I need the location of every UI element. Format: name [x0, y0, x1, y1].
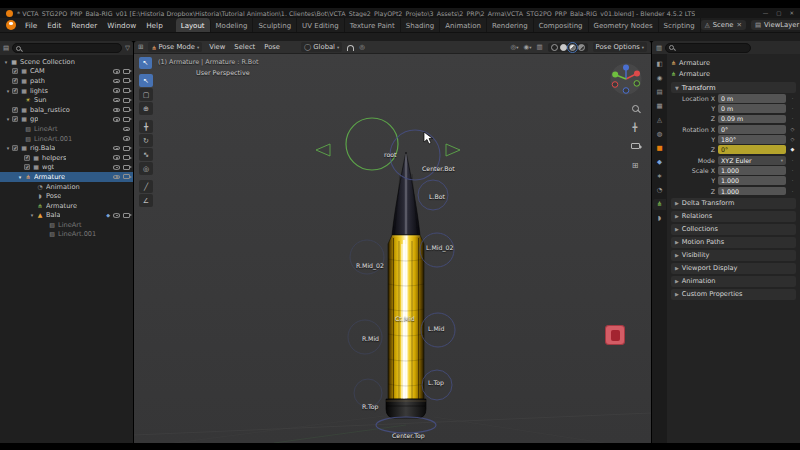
section-relations[interactable]: ▶Relations: [671, 211, 796, 222]
outliner-row-bala[interactable]: ▾ ▲ Bala ◆: [0, 211, 133, 221]
visibility-eye-icon[interactable]: [113, 108, 120, 113]
rotate-tool[interactable]: ↻: [139, 134, 153, 147]
cursor-tool[interactable]: ⊕: [139, 102, 153, 115]
object-data-tab[interactable]: ⋔: [653, 199, 666, 210]
outliner-row-path[interactable]: ▦ path: [0, 76, 133, 86]
transform-tool[interactable]: ◎: [139, 162, 153, 175]
object-name-row[interactable]: ⋔ Armature: [671, 68, 796, 79]
menu-render[interactable]: Render: [66, 20, 102, 31]
decorator-icon[interactable]: ·: [789, 189, 796, 194]
expand-caret-icon[interactable]: ▾: [4, 88, 12, 94]
world-tab[interactable]: ◍: [653, 129, 666, 140]
particles-tab[interactable]: ∗: [653, 171, 666, 182]
tab-geometry-nodes[interactable]: Geometry Nodes: [589, 18, 659, 32]
show-gizmo-icon[interactable]: ◎▾: [511, 43, 519, 51]
outliner-row-scene-collection[interactable]: ▾ ▦ Scene Collection: [0, 57, 133, 67]
render-visibility-icon[interactable]: [123, 69, 130, 74]
tab-layout[interactable]: Layout: [176, 18, 211, 32]
section-collections[interactable]: ▶Collections: [671, 224, 796, 235]
physics-tab[interactable]: ◔: [653, 185, 666, 196]
outliner-row-sun[interactable]: ☀ Sun: [0, 95, 133, 105]
menu-window[interactable]: Window: [102, 20, 141, 31]
collection-checkbox[interactable]: [12, 68, 18, 74]
location-y-field[interactable]: 0 m: [718, 104, 786, 113]
outliner-display-mode-icon[interactable]: ▤: [3, 44, 9, 52]
measure-tool[interactable]: ∠: [139, 194, 153, 207]
outliner-row-lineart-001[interactable]: ▧ LineArt.001: [0, 134, 133, 144]
outliner-row-bala-lineart-001[interactable]: ▧ LineArt.001: [0, 230, 133, 240]
visibility-eye-icon[interactable]: [123, 136, 130, 141]
visibility-eye-icon[interactable]: [113, 155, 120, 160]
keyframe-diamond-icon[interactable]: ◇: [789, 127, 796, 132]
solid-shading-icon[interactable]: [560, 44, 567, 51]
scale-z-field[interactable]: 1.000: [718, 187, 786, 196]
maximize-button[interactable]: ▢: [776, 10, 781, 16]
render-visibility-icon[interactable]: [123, 213, 130, 218]
tab-modeling[interactable]: Modeling: [211, 18, 254, 32]
transform-orientation-selector[interactable]: ◯ Global ▾: [301, 42, 342, 52]
section-delta-transform[interactable]: ▶Delta Transform: [671, 198, 796, 209]
outliner-search-input[interactable]: [12, 43, 122, 53]
rotation-z-field-keyframed[interactable]: 0°: [718, 145, 786, 154]
menu-file[interactable]: File: [20, 20, 42, 31]
visibility-eye-icon[interactable]: [113, 165, 120, 170]
outliner-row-armature-selected[interactable]: ▾ ⋔ Armature: [0, 172, 133, 182]
section-viewport-display[interactable]: ▶Viewport Display: [671, 263, 796, 274]
decorator-icon[interactable]: ·: [789, 158, 796, 163]
scene-selector[interactable]: ◬ Scene ✕: [701, 20, 746, 30]
outliner-row-bala-lineart[interactable]: ▧ LineArt: [0, 220, 133, 230]
pose-options-dropdown[interactable]: Pose Options ▾: [593, 42, 647, 52]
visibility-eye-icon[interactable]: [113, 175, 120, 180]
outliner-row-pose[interactable]: ◗ Pose: [0, 191, 133, 201]
mode-selector[interactable]: ⋔ Pose Mode ▾: [148, 42, 202, 52]
decorator-icon[interactable]: ·: [789, 106, 796, 111]
modifiers-tab[interactable]: ◆: [653, 157, 666, 168]
minimize-button[interactable]: —: [763, 10, 769, 16]
tab-rendering[interactable]: Rendering: [487, 18, 534, 32]
tab-compositing[interactable]: Compositing: [534, 18, 589, 32]
outliner-row-lights[interactable]: ▾ ▦ lights: [0, 86, 133, 96]
render-visibility-icon[interactable]: [123, 146, 130, 151]
outliner-row-cam[interactable]: ▦ CAM: [0, 67, 133, 77]
pan-hand-icon[interactable]: ╋: [629, 121, 641, 133]
outliner-row-gp[interactable]: ▾ ▦ gp: [0, 115, 133, 125]
pose-menu[interactable]: Pose: [262, 43, 282, 51]
decorator-icon[interactable]: ·: [789, 96, 796, 101]
blender-menu-icon[interactable]: [6, 20, 16, 30]
move-tool[interactable]: ╋: [139, 120, 153, 133]
keyframe-diamond-icon[interactable]: ◆: [789, 147, 796, 152]
viewport-canvas[interactable]: ↖ (1) Armature | Armature : R.Bot User P…: [134, 54, 651, 443]
xray-toggle-icon[interactable]: ▥: [536, 43, 542, 51]
outliner-row-helpers[interactable]: ▦ helpers: [0, 153, 133, 163]
outliner-row-animation[interactable]: ◔ Animation: [0, 182, 133, 192]
navigation-gizmo[interactable]: [609, 62, 643, 96]
close-button[interactable]: ✕: [789, 10, 794, 16]
expand-caret-icon[interactable]: ▾: [2, 59, 10, 65]
select-menu[interactable]: Select: [232, 43, 257, 51]
section-motion-paths[interactable]: ▶Motion Paths: [671, 237, 796, 248]
visibility-eye-icon[interactable]: [113, 213, 120, 218]
collection-checkbox[interactable]: [24, 164, 30, 170]
tab-uv-editing[interactable]: UV Editing: [297, 18, 345, 32]
tool-tab[interactable]: ◧: [653, 59, 666, 70]
expand-caret-icon[interactable]: ▾: [4, 145, 12, 151]
render-visibility-icon[interactable]: [123, 165, 130, 170]
wireframe-shading-icon[interactable]: [551, 44, 558, 51]
collection-checkbox[interactable]: [12, 88, 18, 94]
expand-caret-icon[interactable]: ▾: [16, 174, 24, 180]
tab-shading[interactable]: Shading: [401, 18, 440, 32]
outliner-row-lineart[interactable]: ▧ LineArt: [0, 124, 133, 134]
location-x-field[interactable]: 0 m: [718, 94, 786, 103]
annotate-tool[interactable]: ╱: [139, 180, 153, 193]
editor-type-icon[interactable]: ⊞: [138, 43, 143, 51]
visibility-eye-icon[interactable]: [113, 88, 120, 93]
snap-magnet-icon[interactable]: [347, 45, 354, 51]
rotation-mode-dropdown[interactable]: XYZ Euler▾: [718, 156, 786, 165]
keyframe-diamond-icon[interactable]: ◇: [789, 137, 796, 142]
tab-animation[interactable]: Animation: [440, 18, 487, 32]
proportional-editing-icon[interactable]: ◎: [359, 43, 365, 51]
expand-caret-icon[interactable]: ▾: [4, 116, 12, 122]
scale-tool[interactable]: ↔: [139, 148, 153, 161]
collection-checkbox[interactable]: [12, 78, 18, 84]
menu-help[interactable]: Help: [141, 20, 168, 31]
